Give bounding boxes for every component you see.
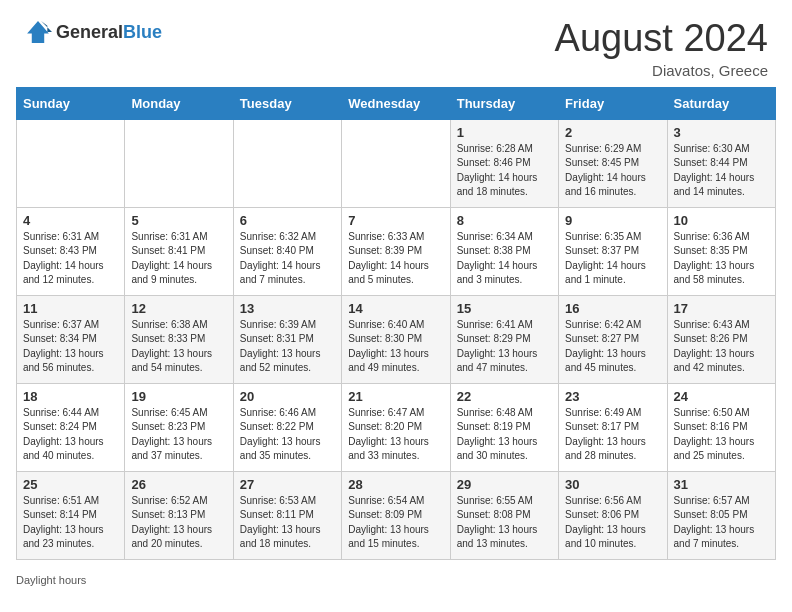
- calendar-cell: 4Sunrise: 6:31 AM Sunset: 8:43 PM Daylig…: [17, 207, 125, 295]
- day-info: Sunrise: 6:31 AM Sunset: 8:43 PM Dayligh…: [23, 230, 118, 288]
- day-info: Sunrise: 6:41 AM Sunset: 8:29 PM Dayligh…: [457, 318, 552, 376]
- day-number: 21: [348, 389, 443, 404]
- day-info: Sunrise: 6:52 AM Sunset: 8:13 PM Dayligh…: [131, 494, 226, 552]
- day-number: 9: [565, 213, 660, 228]
- logo-text: GeneralBlue: [56, 22, 162, 43]
- day-info: Sunrise: 6:57 AM Sunset: 8:05 PM Dayligh…: [674, 494, 769, 552]
- day-number: 4: [23, 213, 118, 228]
- day-number: 10: [674, 213, 769, 228]
- day-number: 28: [348, 477, 443, 492]
- day-info: Sunrise: 6:29 AM Sunset: 8:45 PM Dayligh…: [565, 142, 660, 200]
- calendar-cell: 8Sunrise: 6:34 AM Sunset: 8:38 PM Daylig…: [450, 207, 558, 295]
- day-number: 30: [565, 477, 660, 492]
- calendar-cell: 16Sunrise: 6:42 AM Sunset: 8:27 PM Dayli…: [559, 295, 667, 383]
- day-info: Sunrise: 6:42 AM Sunset: 8:27 PM Dayligh…: [565, 318, 660, 376]
- day-info: Sunrise: 6:46 AM Sunset: 8:22 PM Dayligh…: [240, 406, 335, 464]
- day-info: Sunrise: 6:30 AM Sunset: 8:44 PM Dayligh…: [674, 142, 769, 200]
- day-number: 18: [23, 389, 118, 404]
- calendar-cell: [342, 119, 450, 207]
- day-info: Sunrise: 6:32 AM Sunset: 8:40 PM Dayligh…: [240, 230, 335, 288]
- calendar-week-row: 4Sunrise: 6:31 AM Sunset: 8:43 PM Daylig…: [17, 207, 776, 295]
- day-info: Sunrise: 6:47 AM Sunset: 8:20 PM Dayligh…: [348, 406, 443, 464]
- calendar-cell: 19Sunrise: 6:45 AM Sunset: 8:23 PM Dayli…: [125, 383, 233, 471]
- day-number: 25: [23, 477, 118, 492]
- calendar-cell: 12Sunrise: 6:38 AM Sunset: 8:33 PM Dayli…: [125, 295, 233, 383]
- day-info: Sunrise: 6:34 AM Sunset: 8:38 PM Dayligh…: [457, 230, 552, 288]
- calendar-cell: 14Sunrise: 6:40 AM Sunset: 8:30 PM Dayli…: [342, 295, 450, 383]
- day-info: Sunrise: 6:31 AM Sunset: 8:41 PM Dayligh…: [131, 230, 226, 288]
- day-number: 29: [457, 477, 552, 492]
- calendar-footer: Daylight hours: [0, 570, 792, 592]
- calendar-cell: 11Sunrise: 6:37 AM Sunset: 8:34 PM Dayli…: [17, 295, 125, 383]
- calendar-week-row: 18Sunrise: 6:44 AM Sunset: 8:24 PM Dayli…: [17, 383, 776, 471]
- logo-blue: Blue: [123, 22, 162, 42]
- day-number: 24: [674, 389, 769, 404]
- calendar-table: SundayMondayTuesdayWednesdayThursdayFrid…: [16, 87, 776, 560]
- month-year-title: August 2024: [555, 18, 768, 60]
- day-info: Sunrise: 6:53 AM Sunset: 8:11 PM Dayligh…: [240, 494, 335, 552]
- day-of-week-header: Thursday: [450, 87, 558, 119]
- calendar-cell: 26Sunrise: 6:52 AM Sunset: 8:13 PM Dayli…: [125, 471, 233, 559]
- calendar-header-row: SundayMondayTuesdayWednesdayThursdayFrid…: [17, 87, 776, 119]
- calendar-cell: [17, 119, 125, 207]
- calendar-cell: 5Sunrise: 6:31 AM Sunset: 8:41 PM Daylig…: [125, 207, 233, 295]
- calendar-cell: 31Sunrise: 6:57 AM Sunset: 8:05 PM Dayli…: [667, 471, 775, 559]
- calendar-cell: 18Sunrise: 6:44 AM Sunset: 8:24 PM Dayli…: [17, 383, 125, 471]
- daylight-label: Daylight hours: [16, 574, 86, 586]
- day-number: 22: [457, 389, 552, 404]
- day-number: 20: [240, 389, 335, 404]
- logo-icon: [24, 18, 52, 46]
- calendar-week-row: 1Sunrise: 6:28 AM Sunset: 8:46 PM Daylig…: [17, 119, 776, 207]
- day-of-week-header: Saturday: [667, 87, 775, 119]
- day-number: 27: [240, 477, 335, 492]
- day-info: Sunrise: 6:40 AM Sunset: 8:30 PM Dayligh…: [348, 318, 443, 376]
- day-info: Sunrise: 6:44 AM Sunset: 8:24 PM Dayligh…: [23, 406, 118, 464]
- calendar-week-row: 11Sunrise: 6:37 AM Sunset: 8:34 PM Dayli…: [17, 295, 776, 383]
- logo: GeneralBlue: [24, 18, 162, 46]
- calendar-cell: 1Sunrise: 6:28 AM Sunset: 8:46 PM Daylig…: [450, 119, 558, 207]
- day-info: Sunrise: 6:49 AM Sunset: 8:17 PM Dayligh…: [565, 406, 660, 464]
- day-info: Sunrise: 6:48 AM Sunset: 8:19 PM Dayligh…: [457, 406, 552, 464]
- calendar-cell: 27Sunrise: 6:53 AM Sunset: 8:11 PM Dayli…: [233, 471, 341, 559]
- day-info: Sunrise: 6:36 AM Sunset: 8:35 PM Dayligh…: [674, 230, 769, 288]
- logo-general: General: [56, 22, 123, 42]
- day-info: Sunrise: 6:39 AM Sunset: 8:31 PM Dayligh…: [240, 318, 335, 376]
- calendar-cell: 10Sunrise: 6:36 AM Sunset: 8:35 PM Dayli…: [667, 207, 775, 295]
- calendar-cell: 20Sunrise: 6:46 AM Sunset: 8:22 PM Dayli…: [233, 383, 341, 471]
- day-number: 1: [457, 125, 552, 140]
- day-number: 5: [131, 213, 226, 228]
- day-info: Sunrise: 6:28 AM Sunset: 8:46 PM Dayligh…: [457, 142, 552, 200]
- calendar-cell: 6Sunrise: 6:32 AM Sunset: 8:40 PM Daylig…: [233, 207, 341, 295]
- day-number: 15: [457, 301, 552, 316]
- day-of-week-header: Friday: [559, 87, 667, 119]
- day-number: 13: [240, 301, 335, 316]
- day-info: Sunrise: 6:54 AM Sunset: 8:09 PM Dayligh…: [348, 494, 443, 552]
- day-number: 31: [674, 477, 769, 492]
- calendar-cell: 29Sunrise: 6:55 AM Sunset: 8:08 PM Dayli…: [450, 471, 558, 559]
- calendar-cell: 7Sunrise: 6:33 AM Sunset: 8:39 PM Daylig…: [342, 207, 450, 295]
- calendar-cell: 17Sunrise: 6:43 AM Sunset: 8:26 PM Dayli…: [667, 295, 775, 383]
- page-header: GeneralBlue August 2024 Diavatos, Greece: [0, 0, 792, 87]
- calendar-cell: 28Sunrise: 6:54 AM Sunset: 8:09 PM Dayli…: [342, 471, 450, 559]
- day-number: 12: [131, 301, 226, 316]
- day-number: 14: [348, 301, 443, 316]
- day-number: 19: [131, 389, 226, 404]
- day-number: 2: [565, 125, 660, 140]
- day-info: Sunrise: 6:37 AM Sunset: 8:34 PM Dayligh…: [23, 318, 118, 376]
- calendar-cell: [233, 119, 341, 207]
- day-number: 16: [565, 301, 660, 316]
- day-info: Sunrise: 6:33 AM Sunset: 8:39 PM Dayligh…: [348, 230, 443, 288]
- location-subtitle: Diavatos, Greece: [555, 62, 768, 79]
- day-number: 11: [23, 301, 118, 316]
- day-number: 26: [131, 477, 226, 492]
- calendar-cell: 3Sunrise: 6:30 AM Sunset: 8:44 PM Daylig…: [667, 119, 775, 207]
- day-info: Sunrise: 6:43 AM Sunset: 8:26 PM Dayligh…: [674, 318, 769, 376]
- day-of-week-header: Tuesday: [233, 87, 341, 119]
- day-number: 8: [457, 213, 552, 228]
- calendar-cell: 21Sunrise: 6:47 AM Sunset: 8:20 PM Dayli…: [342, 383, 450, 471]
- calendar-cell: 15Sunrise: 6:41 AM Sunset: 8:29 PM Dayli…: [450, 295, 558, 383]
- calendar-cell: 13Sunrise: 6:39 AM Sunset: 8:31 PM Dayli…: [233, 295, 341, 383]
- calendar-cell: 23Sunrise: 6:49 AM Sunset: 8:17 PM Dayli…: [559, 383, 667, 471]
- day-info: Sunrise: 6:56 AM Sunset: 8:06 PM Dayligh…: [565, 494, 660, 552]
- day-info: Sunrise: 6:50 AM Sunset: 8:16 PM Dayligh…: [674, 406, 769, 464]
